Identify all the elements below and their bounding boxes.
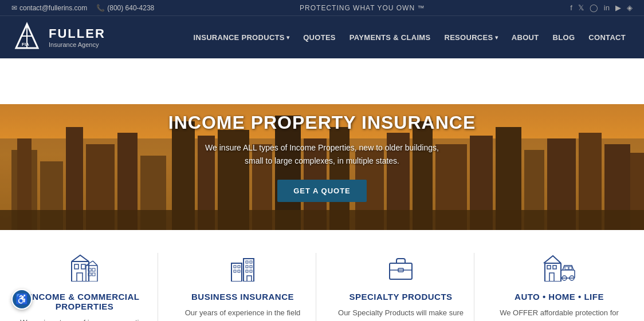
- hero-content: OUR #1 SPECIALTY INCOME PROPERTY INSURAN…: [168, 86, 476, 202]
- svg-rect-51: [246, 261, 248, 263]
- briefcase-icon: [333, 253, 468, 285]
- features-section: INCOME & COMMERCIALPROPERTIES We various…: [0, 230, 644, 321]
- logo-text: FULLER Insurance Agency: [49, 26, 105, 48]
- feature-desc-auto: We OFFER affordable protection for your …: [492, 307, 627, 321]
- linkedin-icon[interactable]: in: [604, 3, 610, 12]
- youtube-icon[interactable]: ▶: [615, 3, 621, 12]
- svg-text:FIA: FIA: [22, 42, 29, 47]
- top-bar-contact: ✉ contact@fullerins.com 📞 (800) 640-4238: [11, 4, 154, 12]
- nav-about[interactable]: ABOUT: [505, 33, 546, 42]
- brand-subtitle: Insurance Agency: [49, 41, 105, 48]
- phone-number: (800) 640-4238: [107, 4, 154, 12]
- nav-links: INSURANCE PRODUCTS ▾ QUOTES PAYMENTS & C…: [128, 33, 633, 42]
- nav-insurance-products[interactable]: INSURANCE PRODUCTS ▾: [187, 33, 297, 42]
- feature-desc-specialty: Our Specialty Products will make sure yo…: [333, 307, 468, 321]
- top-bar: ✉ contact@fullerins.com 📞 (800) 640-4238…: [0, 0, 644, 15]
- building-house-icon: [17, 253, 152, 285]
- svg-rect-68: [565, 267, 568, 270]
- get-quote-button[interactable]: GET A QUOTE: [277, 180, 367, 202]
- hero-badge: OUR #1 SPECIALTY: [265, 86, 379, 104]
- instagram-icon[interactable]: ◯: [590, 3, 598, 12]
- navbar: FIA FULLER Insurance Agency INSURANCE PR…: [0, 15, 644, 58]
- nav-resources[interactable]: RESOURCES ▾: [437, 33, 504, 42]
- svg-rect-62: [547, 265, 551, 269]
- nav-payments-claims[interactable]: PAYMENTS & CLAIMS: [343, 33, 438, 42]
- feature-income-commercial: INCOME & COMMERCIALPROPERTIES We various…: [11, 253, 158, 321]
- accessibility-button[interactable]: ♿: [11, 289, 32, 310]
- feature-title-income: INCOME & COMMERCIALPROPERTIES: [17, 292, 152, 311]
- svg-rect-49: [234, 270, 236, 272]
- svg-rect-58: [390, 263, 412, 279]
- svg-rect-64: [549, 273, 554, 282]
- feature-title-specialty: SPECIALTY PRODUCTS: [333, 292, 468, 302]
- svg-rect-65: [561, 270, 575, 278]
- social-icons: f 𝕏 ◯ in ▶ ◈: [570, 3, 633, 12]
- svg-rect-69: [569, 267, 572, 270]
- hero-subtitle: We insure ALL types of Income Properties…: [199, 141, 445, 167]
- rss-icon[interactable]: ◈: [627, 3, 633, 12]
- svg-rect-37: [77, 273, 83, 282]
- phone-icon: 📞: [96, 4, 105, 12]
- feature-business-insurance: BUSINESS INSURANCE Our years of experien…: [170, 253, 316, 321]
- tagline: PROTECTING WHAT YOU OWN ™: [300, 4, 425, 12]
- svg-rect-50: [238, 270, 240, 272]
- building-multi-icon: [175, 253, 310, 285]
- brand-name: FULLER: [49, 26, 105, 41]
- feature-desc-business: Our years of experience in the field mak…: [175, 307, 310, 321]
- hero-section: OUR #1 SPECIALTY INCOME PROPERTY INSURAN…: [0, 58, 644, 230]
- phone-contact[interactable]: 📞 (800) 640-4238: [96, 4, 154, 12]
- svg-rect-42: [92, 273, 95, 276]
- accessibility-icon: ♿: [15, 293, 28, 306]
- svg-rect-48: [238, 265, 240, 268]
- house-car-icon: [492, 253, 627, 285]
- feature-desc-income: We various types of income properties, 1…: [17, 317, 152, 321]
- svg-rect-54: [250, 265, 252, 268]
- dropdown-caret-resources: ▾: [495, 34, 498, 41]
- email-address: contact@fullerins.com: [19, 4, 87, 12]
- svg-rect-63: [553, 265, 556, 269]
- feature-title-business: BUSINESS INSURANCE: [175, 292, 310, 302]
- svg-rect-35: [74, 264, 78, 269]
- feature-specialty-products: SPECIALTY PRODUCTS Our Specialty Product…: [328, 253, 474, 321]
- twitter-icon[interactable]: 𝕏: [578, 3, 584, 12]
- logo[interactable]: FIA FULLER Insurance Agency: [11, 22, 105, 53]
- nav-quotes[interactable]: QUOTES: [296, 33, 343, 42]
- svg-rect-38: [86, 265, 97, 282]
- dropdown-caret: ▾: [286, 34, 289, 41]
- facebook-icon[interactable]: f: [570, 3, 572, 12]
- svg-line-44: [93, 261, 97, 265]
- email-contact[interactable]: ✉ contact@fullerins.com: [11, 4, 87, 12]
- nav-contact[interactable]: CONTACT: [582, 33, 633, 42]
- svg-rect-36: [81, 264, 85, 269]
- svg-rect-57: [247, 276, 252, 282]
- svg-rect-56: [250, 270, 252, 272]
- hero-title: INCOME PROPERTY INSURANCE: [168, 112, 476, 133]
- svg-rect-52: [250, 261, 252, 263]
- feature-title-auto: AUTO • HOME • LIFE: [492, 292, 627, 302]
- svg-rect-47: [234, 265, 236, 268]
- logo-icon: FIA: [11, 22, 43, 53]
- feature-auto-home-life: AUTO • HOME • LIFE We OFFER affordable p…: [486, 253, 633, 321]
- email-icon: ✉: [11, 4, 17, 12]
- svg-rect-53: [246, 265, 248, 268]
- svg-rect-40: [92, 268, 95, 271]
- nav-blog[interactable]: BLOG: [546, 33, 582, 42]
- svg-rect-55: [246, 270, 248, 272]
